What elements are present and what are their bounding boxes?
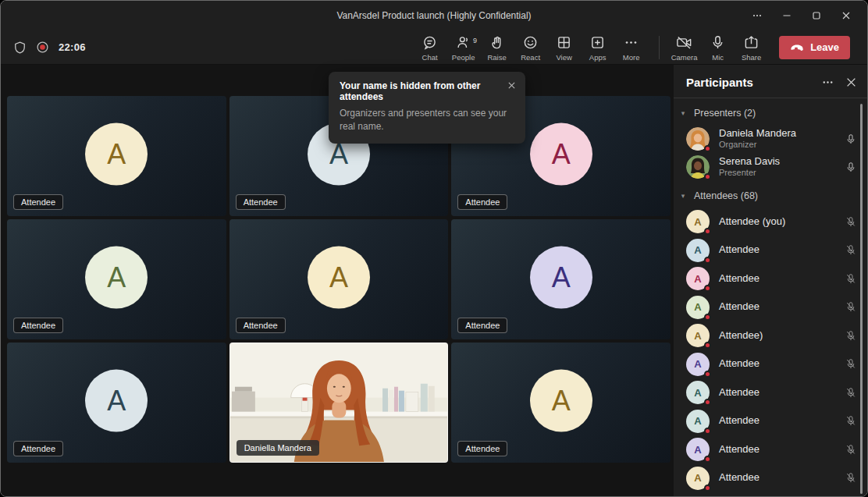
avatar-initial: A bbox=[694, 358, 701, 370]
attendee-row[interactable]: A Attendee bbox=[674, 264, 867, 293]
presenter-name: Serena Davis bbox=[719, 156, 845, 168]
participants-close-button[interactable] bbox=[846, 77, 856, 87]
mic-off-icon bbox=[845, 472, 856, 484]
react-button[interactable]: React bbox=[514, 34, 547, 62]
close-icon bbox=[841, 11, 851, 20]
leave-button[interactable]: Leave bbox=[779, 36, 850, 59]
mic-muted-button[interactable] bbox=[845, 358, 856, 370]
participants-panel: Participants ▾ Presenters (2) Daniela Ma… bbox=[674, 65, 867, 496]
people-count-badge: 9 bbox=[473, 37, 477, 44]
presenter-row[interactable]: Serena Davis Presenter bbox=[674, 153, 867, 181]
attendee-row[interactable]: A Attendee) bbox=[674, 321, 867, 350]
mic-muted-button[interactable] bbox=[845, 244, 856, 256]
video-tile[interactable]: A Attendee bbox=[7, 343, 226, 463]
more-button[interactable]: More bbox=[614, 34, 648, 62]
window-close-button[interactable] bbox=[831, 1, 861, 30]
chat-button[interactable]: Chat bbox=[413, 34, 446, 62]
participants-title: Participants bbox=[686, 76, 809, 89]
mic-on-button[interactable] bbox=[845, 133, 856, 145]
attendee-avatar: A bbox=[686, 353, 710, 376]
close-icon bbox=[507, 81, 516, 90]
attendee-name: Attendee) bbox=[719, 330, 845, 342]
attendee-avatar: A bbox=[686, 296, 710, 319]
presence-busy-indicator bbox=[704, 145, 711, 152]
maximize-icon bbox=[812, 11, 821, 20]
mic-off-icon bbox=[845, 216, 856, 228]
mic-muted-button[interactable] bbox=[845, 216, 856, 228]
window-controls bbox=[742, 1, 861, 30]
attendee-row[interactable]: A Attendee bbox=[674, 350, 867, 379]
video-stage: A Attendee A Attendee A Attendee A Atten… bbox=[1, 65, 674, 496]
participants-header: Participants bbox=[674, 65, 867, 98]
panel-scrollbar[interactable] bbox=[860, 104, 863, 494]
attendee-row[interactable]: A Attendee bbox=[674, 378, 867, 407]
mic-on-button[interactable] bbox=[845, 162, 856, 173]
share-button[interactable]: Share bbox=[735, 34, 768, 62]
video-tile[interactable]: A Attendee bbox=[451, 219, 671, 339]
presenters-section-header[interactable]: ▾ Presenters (2) bbox=[674, 98, 867, 125]
presence-busy-indicator bbox=[704, 228, 711, 235]
mic-off-icon bbox=[845, 415, 856, 427]
notification-close-button[interactable] bbox=[507, 79, 516, 93]
meeting-status: 22:06 bbox=[13, 41, 86, 55]
apps-button[interactable]: Apps bbox=[581, 34, 614, 62]
share-label: Share bbox=[742, 53, 761, 62]
mic-muted-button[interactable] bbox=[845, 472, 856, 484]
presenters-list: Daniela Mandera Organizer Serena Davis P… bbox=[674, 125, 867, 181]
presence-busy-indicator bbox=[704, 485, 711, 492]
window-maximize-button[interactable] bbox=[802, 1, 831, 30]
mic-muted-button[interactable] bbox=[845, 301, 856, 313]
tile-name-label: Attendee bbox=[13, 194, 63, 210]
react-label: React bbox=[521, 53, 540, 62]
avatar: A bbox=[85, 247, 148, 309]
attendee-row[interactable]: A Attendee bbox=[674, 236, 867, 265]
camera-button[interactable]: Camera bbox=[667, 34, 701, 62]
mic-icon bbox=[845, 162, 856, 173]
toolbar-separator bbox=[659, 36, 660, 59]
mic-off-icon bbox=[845, 330, 856, 342]
presenters-section-label: Presenters (2) bbox=[694, 108, 756, 119]
attendee-name: Attendee bbox=[719, 444, 845, 456]
raise-hand-icon bbox=[489, 35, 504, 51]
tile-name-label: Attendee bbox=[13, 318, 63, 333]
presence-busy-indicator bbox=[704, 371, 711, 378]
mic-muted-button[interactable] bbox=[845, 330, 856, 342]
avatar-initial: A bbox=[694, 330, 701, 342]
attendee-name: Attendee bbox=[719, 415, 845, 427]
video-tile[interactable]: A Attendee bbox=[7, 219, 226, 339]
avatar-initial: A bbox=[694, 301, 701, 313]
raise-hand-button[interactable]: Raise bbox=[480, 34, 514, 62]
presenter-row[interactable]: Daniela Mandera Organizer bbox=[674, 125, 867, 153]
mic-off-icon bbox=[845, 444, 856, 456]
attendee-row[interactable]: A Attendee bbox=[674, 407, 867, 436]
attendees-section-header[interactable]: ▾ Attendees (68) bbox=[674, 181, 867, 208]
video-tile[interactable]: A Attendee bbox=[229, 219, 449, 339]
more-label: More bbox=[623, 53, 640, 62]
attendee-row[interactable]: A Attendee bbox=[674, 464, 867, 493]
video-tile[interactable]: A Attendee bbox=[451, 343, 671, 463]
chat-icon bbox=[422, 35, 437, 51]
attendee-row[interactable]: A Attendee bbox=[674, 435, 867, 464]
view-button[interactable]: View bbox=[547, 34, 581, 62]
mic-muted-button[interactable] bbox=[845, 273, 856, 285]
minimize-icon bbox=[782, 11, 792, 20]
window-minimize-button[interactable] bbox=[772, 1, 802, 30]
mic-muted-button[interactable] bbox=[845, 387, 856, 399]
attendee-row[interactable]: A Attendee bbox=[674, 293, 867, 322]
window-more-button[interactable] bbox=[742, 1, 772, 30]
mic-icon bbox=[845, 133, 856, 145]
avatar: A bbox=[85, 370, 148, 432]
mic-off-icon bbox=[845, 358, 856, 370]
avatar: A bbox=[530, 123, 592, 186]
presence-busy-indicator bbox=[704, 428, 711, 435]
attendee-row[interactable]: A Attendee (you) bbox=[674, 208, 867, 236]
mic-muted-button[interactable] bbox=[845, 444, 856, 456]
video-tile[interactable]: A Attendee bbox=[7, 96, 226, 216]
mic-muted-button[interactable] bbox=[845, 415, 856, 427]
participants-more-button[interactable] bbox=[822, 76, 834, 88]
video-tile-camera-on[interactable]: Daniella Mandera bbox=[229, 343, 449, 463]
teams-meeting-window: VanArsdel Product launch (Highly Confide… bbox=[0, 0, 868, 497]
mic-button[interactable]: Mic bbox=[701, 34, 735, 62]
people-button[interactable]: 9 People bbox=[446, 34, 480, 62]
apps-plus-icon bbox=[590, 35, 605, 51]
